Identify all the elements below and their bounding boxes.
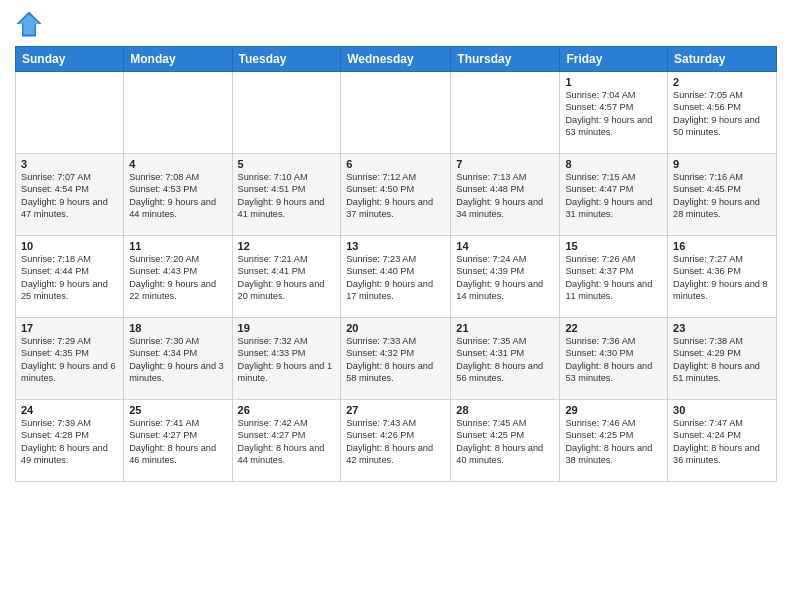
calendar-cell: 25Sunrise: 7:41 AM Sunset: 4:27 PM Dayli… bbox=[124, 400, 232, 482]
day-number: 19 bbox=[238, 322, 336, 334]
day-number: 12 bbox=[238, 240, 336, 252]
day-info: Sunrise: 7:15 AM Sunset: 4:47 PM Dayligh… bbox=[565, 171, 662, 221]
day-info: Sunrise: 7:43 AM Sunset: 4:26 PM Dayligh… bbox=[346, 417, 445, 467]
day-info: Sunrise: 7:47 AM Sunset: 4:24 PM Dayligh… bbox=[673, 417, 771, 467]
day-number: 27 bbox=[346, 404, 445, 416]
header bbox=[15, 10, 777, 38]
day-number: 28 bbox=[456, 404, 554, 416]
calendar-cell: 9Sunrise: 7:16 AM Sunset: 4:45 PM Daylig… bbox=[668, 154, 777, 236]
day-number: 6 bbox=[346, 158, 445, 170]
day-info: Sunrise: 7:42 AM Sunset: 4:27 PM Dayligh… bbox=[238, 417, 336, 467]
calendar-cell: 12Sunrise: 7:21 AM Sunset: 4:41 PM Dayli… bbox=[232, 236, 341, 318]
calendar-cell: 30Sunrise: 7:47 AM Sunset: 4:24 PM Dayli… bbox=[668, 400, 777, 482]
calendar-cell: 26Sunrise: 7:42 AM Sunset: 4:27 PM Dayli… bbox=[232, 400, 341, 482]
day-number: 26 bbox=[238, 404, 336, 416]
day-info: Sunrise: 7:39 AM Sunset: 4:28 PM Dayligh… bbox=[21, 417, 118, 467]
calendar-cell: 24Sunrise: 7:39 AM Sunset: 4:28 PM Dayli… bbox=[16, 400, 124, 482]
calendar-week-row: 3Sunrise: 7:07 AM Sunset: 4:54 PM Daylig… bbox=[16, 154, 777, 236]
calendar-cell: 5Sunrise: 7:10 AM Sunset: 4:51 PM Daylig… bbox=[232, 154, 341, 236]
calendar-cell: 23Sunrise: 7:38 AM Sunset: 4:29 PM Dayli… bbox=[668, 318, 777, 400]
day-info: Sunrise: 7:18 AM Sunset: 4:44 PM Dayligh… bbox=[21, 253, 118, 303]
day-number: 16 bbox=[673, 240, 771, 252]
day-number: 29 bbox=[565, 404, 662, 416]
day-info: Sunrise: 7:26 AM Sunset: 4:37 PM Dayligh… bbox=[565, 253, 662, 303]
calendar-cell: 6Sunrise: 7:12 AM Sunset: 4:50 PM Daylig… bbox=[341, 154, 451, 236]
day-number: 17 bbox=[21, 322, 118, 334]
day-number: 13 bbox=[346, 240, 445, 252]
weekday-header: Sunday bbox=[16, 47, 124, 72]
calendar-cell: 19Sunrise: 7:32 AM Sunset: 4:33 PM Dayli… bbox=[232, 318, 341, 400]
day-info: Sunrise: 7:08 AM Sunset: 4:53 PM Dayligh… bbox=[129, 171, 226, 221]
day-number: 8 bbox=[565, 158, 662, 170]
day-info: Sunrise: 7:12 AM Sunset: 4:50 PM Dayligh… bbox=[346, 171, 445, 221]
day-info: Sunrise: 7:07 AM Sunset: 4:54 PM Dayligh… bbox=[21, 171, 118, 221]
svg-marker-1 bbox=[19, 14, 40, 34]
day-number: 10 bbox=[21, 240, 118, 252]
day-number: 7 bbox=[456, 158, 554, 170]
day-info: Sunrise: 7:27 AM Sunset: 4:36 PM Dayligh… bbox=[673, 253, 771, 303]
day-number: 14 bbox=[456, 240, 554, 252]
day-info: Sunrise: 7:23 AM Sunset: 4:40 PM Dayligh… bbox=[346, 253, 445, 303]
day-number: 5 bbox=[238, 158, 336, 170]
day-info: Sunrise: 7:13 AM Sunset: 4:48 PM Dayligh… bbox=[456, 171, 554, 221]
weekday-header: Wednesday bbox=[341, 47, 451, 72]
logo-icon bbox=[15, 10, 43, 38]
day-number: 11 bbox=[129, 240, 226, 252]
day-number: 22 bbox=[565, 322, 662, 334]
day-info: Sunrise: 7:30 AM Sunset: 4:34 PM Dayligh… bbox=[129, 335, 226, 385]
day-info: Sunrise: 7:33 AM Sunset: 4:32 PM Dayligh… bbox=[346, 335, 445, 385]
calendar-cell: 15Sunrise: 7:26 AM Sunset: 4:37 PM Dayli… bbox=[560, 236, 668, 318]
calendar-cell: 17Sunrise: 7:29 AM Sunset: 4:35 PM Dayli… bbox=[16, 318, 124, 400]
calendar-week-row: 17Sunrise: 7:29 AM Sunset: 4:35 PM Dayli… bbox=[16, 318, 777, 400]
calendar-cell bbox=[341, 72, 451, 154]
weekday-header: Saturday bbox=[668, 47, 777, 72]
day-number: 9 bbox=[673, 158, 771, 170]
day-info: Sunrise: 7:32 AM Sunset: 4:33 PM Dayligh… bbox=[238, 335, 336, 385]
day-info: Sunrise: 7:21 AM Sunset: 4:41 PM Dayligh… bbox=[238, 253, 336, 303]
calendar-week-row: 24Sunrise: 7:39 AM Sunset: 4:28 PM Dayli… bbox=[16, 400, 777, 482]
calendar-cell: 16Sunrise: 7:27 AM Sunset: 4:36 PM Dayli… bbox=[668, 236, 777, 318]
day-number: 2 bbox=[673, 76, 771, 88]
day-info: Sunrise: 7:10 AM Sunset: 4:51 PM Dayligh… bbox=[238, 171, 336, 221]
calendar-cell: 29Sunrise: 7:46 AM Sunset: 4:25 PM Dayli… bbox=[560, 400, 668, 482]
day-info: Sunrise: 7:16 AM Sunset: 4:45 PM Dayligh… bbox=[673, 171, 771, 221]
day-info: Sunrise: 7:36 AM Sunset: 4:30 PM Dayligh… bbox=[565, 335, 662, 385]
day-info: Sunrise: 7:29 AM Sunset: 4:35 PM Dayligh… bbox=[21, 335, 118, 385]
day-number: 3 bbox=[21, 158, 118, 170]
calendar-cell: 18Sunrise: 7:30 AM Sunset: 4:34 PM Dayli… bbox=[124, 318, 232, 400]
day-info: Sunrise: 7:45 AM Sunset: 4:25 PM Dayligh… bbox=[456, 417, 554, 467]
day-info: Sunrise: 7:38 AM Sunset: 4:29 PM Dayligh… bbox=[673, 335, 771, 385]
day-info: Sunrise: 7:41 AM Sunset: 4:27 PM Dayligh… bbox=[129, 417, 226, 467]
day-number: 24 bbox=[21, 404, 118, 416]
day-info: Sunrise: 7:05 AM Sunset: 4:56 PM Dayligh… bbox=[673, 89, 771, 139]
day-info: Sunrise: 7:35 AM Sunset: 4:31 PM Dayligh… bbox=[456, 335, 554, 385]
day-info: Sunrise: 7:46 AM Sunset: 4:25 PM Dayligh… bbox=[565, 417, 662, 467]
day-number: 30 bbox=[673, 404, 771, 416]
calendar-week-row: 1Sunrise: 7:04 AM Sunset: 4:57 PM Daylig… bbox=[16, 72, 777, 154]
page: SundayMondayTuesdayWednesdayThursdayFrid… bbox=[0, 0, 792, 612]
logo bbox=[15, 10, 47, 38]
day-number: 18 bbox=[129, 322, 226, 334]
day-number: 20 bbox=[346, 322, 445, 334]
calendar-cell: 21Sunrise: 7:35 AM Sunset: 4:31 PM Dayli… bbox=[451, 318, 560, 400]
day-number: 1 bbox=[565, 76, 662, 88]
calendar-cell: 20Sunrise: 7:33 AM Sunset: 4:32 PM Dayli… bbox=[341, 318, 451, 400]
day-number: 21 bbox=[456, 322, 554, 334]
calendar-table: SundayMondayTuesdayWednesdayThursdayFrid… bbox=[15, 46, 777, 482]
calendar-cell: 1Sunrise: 7:04 AM Sunset: 4:57 PM Daylig… bbox=[560, 72, 668, 154]
day-number: 4 bbox=[129, 158, 226, 170]
calendar-cell bbox=[124, 72, 232, 154]
calendar-cell bbox=[451, 72, 560, 154]
day-info: Sunrise: 7:04 AM Sunset: 4:57 PM Dayligh… bbox=[565, 89, 662, 139]
calendar-cell bbox=[16, 72, 124, 154]
calendar-header-row: SundayMondayTuesdayWednesdayThursdayFrid… bbox=[16, 47, 777, 72]
day-number: 25 bbox=[129, 404, 226, 416]
weekday-header: Thursday bbox=[451, 47, 560, 72]
calendar-cell: 22Sunrise: 7:36 AM Sunset: 4:30 PM Dayli… bbox=[560, 318, 668, 400]
calendar-cell: 2Sunrise: 7:05 AM Sunset: 4:56 PM Daylig… bbox=[668, 72, 777, 154]
calendar-cell: 7Sunrise: 7:13 AM Sunset: 4:48 PM Daylig… bbox=[451, 154, 560, 236]
calendar-cell: 8Sunrise: 7:15 AM Sunset: 4:47 PM Daylig… bbox=[560, 154, 668, 236]
calendar-cell: 13Sunrise: 7:23 AM Sunset: 4:40 PM Dayli… bbox=[341, 236, 451, 318]
calendar-cell: 3Sunrise: 7:07 AM Sunset: 4:54 PM Daylig… bbox=[16, 154, 124, 236]
day-number: 23 bbox=[673, 322, 771, 334]
